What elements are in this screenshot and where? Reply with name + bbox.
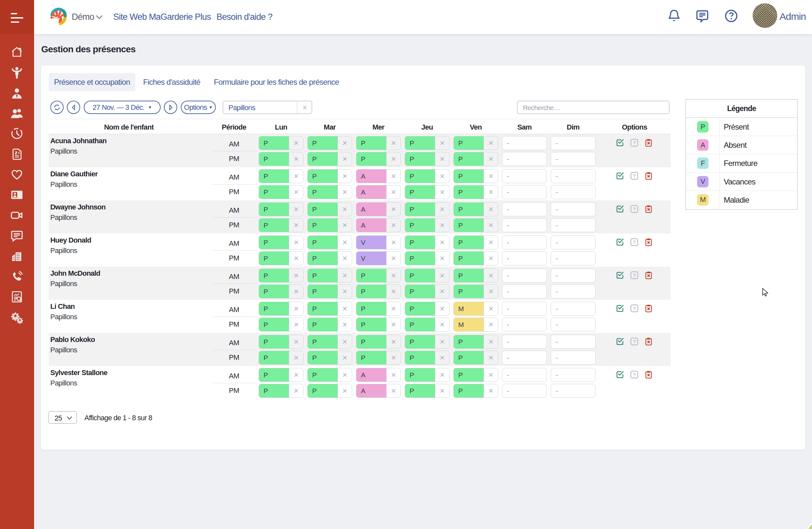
svg-text:?: ? (633, 339, 636, 344)
svg-text:?: ? (633, 140, 636, 145)
svg-text:?: ? (633, 239, 636, 245)
svg-text:?: ? (633, 173, 636, 178)
svg-text:?: ? (633, 372, 636, 377)
svg-text:?: ? (633, 206, 636, 212)
svg-text:?: ? (633, 305, 636, 311)
svg-text:?: ? (633, 272, 636, 278)
